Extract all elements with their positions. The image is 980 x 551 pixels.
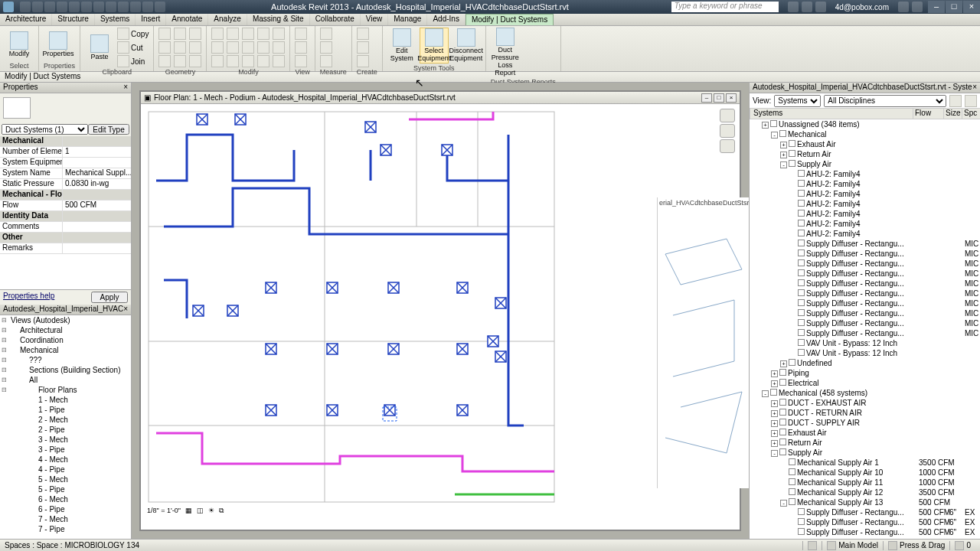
zoom-icon[interactable]: [720, 124, 735, 138]
system-tree-row[interactable]: -Mechanical: [750, 129, 980, 139]
crop-icon[interactable]: ⧉: [219, 507, 224, 515]
system-tree-row[interactable]: Mechanical Supply Air 101000 CFM: [750, 468, 980, 478]
tool-icon[interactable]: [273, 55, 285, 67]
system-tree-row[interactable]: Supply Diffuser - Rectangu...MIC: [750, 269, 980, 279]
tool-icon[interactable]: [227, 28, 239, 40]
tool-icon[interactable]: [189, 28, 201, 40]
system-tree-row[interactable]: Supply Diffuser - Rectangu...500 CFM6"EX: [750, 517, 980, 527]
system-tree-row[interactable]: +DUCT - EXHAUST AIR: [750, 398, 980, 408]
system-tree-row[interactable]: Supply Diffuser - Rectangu...MIC: [750, 249, 980, 259]
app-icon[interactable]: [3, 2, 14, 12]
tree-node[interactable]: 4 - Mech: [0, 455, 131, 465]
tool-icon[interactable]: [174, 28, 186, 40]
tab-analyze[interactable]: Analyze: [208, 14, 247, 25]
tool-icon[interactable]: [295, 41, 307, 54]
qat-icon[interactable]: [93, 2, 104, 12]
tool-icon[interactable]: [211, 55, 224, 67]
tool-icon[interactable]: [295, 28, 307, 40]
scale-label[interactable]: 1/8" = 1'-0": [147, 507, 181, 515]
tool-icon[interactable]: [320, 28, 332, 40]
system-tree-row[interactable]: Supply Diffuser - Rectangu...MIC: [750, 259, 980, 269]
tool-icon[interactable]: [158, 41, 171, 54]
property-row[interactable]: Remarks: [0, 243, 131, 254]
system-tree-row[interactable]: Supply Diffuser - Rectangu...MIC: [750, 289, 980, 298]
floor-plan-canvas[interactable]: 1/8" = 1'-0" ▦ ◫ ☀ ⧉: [141, 104, 740, 517]
tool-icon[interactable]: [227, 55, 239, 67]
close-icon[interactable]: ×: [123, 83, 128, 93]
tree-node[interactable]: All: [0, 375, 131, 385]
qat-icon[interactable]: [155, 2, 165, 12]
qat-icon[interactable]: [142, 2, 153, 12]
model-label[interactable]: Main Model: [838, 541, 878, 549]
tool-icon[interactable]: [158, 55, 171, 67]
tool-icon[interactable]: [211, 28, 224, 40]
tree-node[interactable]: 2 - Pipe: [0, 425, 131, 435]
tree-node[interactable]: 1 - Mech: [0, 395, 131, 405]
search-icon[interactable]: [788, 2, 799, 12]
tab-collaborate[interactable]: Collaborate: [310, 14, 361, 25]
tool-icon[interactable]: [242, 28, 254, 40]
detail-icon[interactable]: ▦: [185, 507, 192, 515]
properties-button[interactable]: Properties: [44, 31, 73, 58]
tab-structure[interactable]: Structure: [52, 14, 95, 25]
property-row[interactable]: Number of Elements1: [0, 147, 131, 158]
user-label[interactable]: 4d@pobox.com: [831, 3, 893, 11]
column-settings-icon[interactable]: [949, 95, 962, 107]
system-tree-row[interactable]: VAV Unit - Bypass: 12 Inch: [750, 348, 980, 358]
qat-icon[interactable]: [118, 2, 129, 12]
system-tree-row[interactable]: +Electrical: [750, 378, 980, 388]
system-tree-row[interactable]: +Undefined: [750, 358, 980, 368]
duct-pressure-loss-report-button[interactable]: DuctPressure Loss Report: [491, 28, 520, 77]
tool-icon[interactable]: [242, 41, 254, 54]
property-row[interactable]: Flow500 CFM: [0, 201, 131, 211]
view-close-button[interactable]: ×: [726, 93, 737, 103]
system-tree-row[interactable]: +Piping: [750, 368, 980, 378]
tool-icon[interactable]: [257, 28, 270, 40]
project-browser-tree[interactable]: Views (Autodesk)ArchitecturalCoordinatio…: [0, 315, 131, 539]
qat-print-icon[interactable]: [69, 2, 80, 12]
tool-icon[interactable]: [320, 55, 332, 67]
tree-node[interactable]: Mechanical: [0, 345, 131, 355]
tree-node[interactable]: 7 - Pipe: [0, 524, 131, 534]
shadows-icon[interactable]: ☀: [208, 507, 214, 515]
system-tree-row[interactable]: Supply Diffuser - Rectangu...MIC: [750, 308, 980, 318]
property-row[interactable]: Comments: [0, 222, 131, 233]
system-tree-row[interactable]: +Return Air: [750, 149, 980, 159]
3d-view-peek[interactable]: erial_HVACdtchbaseDuctStsrt.rvt: [657, 197, 749, 488]
qat-icon[interactable]: [130, 2, 141, 12]
system-tree-row[interactable]: AHU-2: Family4: [750, 189, 980, 199]
system-tree-row[interactable]: VAV Unit - Bypass: 12 Inch: [750, 338, 980, 348]
tree-node[interactable]: 6 - Pipe: [0, 504, 131, 514]
tool-icon[interactable]: [211, 41, 224, 54]
tree-node[interactable]: 3 - Pipe: [0, 445, 131, 455]
system-tree-row[interactable]: AHU-2: Family4: [750, 199, 980, 209]
view-minimize-button[interactable]: –: [701, 93, 712, 103]
tool-icon[interactable]: [257, 41, 270, 54]
tree-node[interactable]: 3 - Mech: [0, 435, 131, 445]
tree-node[interactable]: 1 - Pipe: [0, 405, 131, 415]
qat-save-icon[interactable]: [32, 2, 43, 12]
favorites-icon[interactable]: [898, 2, 909, 12]
tool-icon[interactable]: [273, 28, 285, 40]
system-tree-row[interactable]: Supply Diffuser - Rectangu...500 CFM6"EX: [750, 527, 980, 537]
tab-systems[interactable]: Systems: [95, 14, 136, 25]
system-tree-row[interactable]: Supply Diffuser - Rectangu...MIC: [750, 298, 980, 308]
tree-node[interactable]: Coordination: [0, 335, 131, 345]
tree-node[interactable]: 2 - Mech: [0, 415, 131, 425]
tree-node[interactable]: ???: [0, 355, 131, 365]
close-button[interactable]: ×: [963, 1, 980, 13]
pan-icon[interactable]: [720, 139, 735, 153]
edit-type-button[interactable]: Edit Type: [88, 124, 129, 135]
maximize-button[interactable]: □: [946, 1, 962, 13]
qat-open-icon[interactable]: [20, 2, 31, 12]
tab-annotate[interactable]: Annotate: [166, 14, 208, 25]
tree-node[interactable]: 5 - Pipe: [0, 484, 131, 494]
tree-node[interactable]: 7 - Mech: [0, 514, 131, 524]
system-tree-row[interactable]: +Exhaust Air: [750, 139, 980, 149]
property-row[interactable]: Static Pressure0.0830 in-wg: [0, 179, 131, 190]
filter-icon[interactable]: [955, 541, 964, 550]
tab-insert[interactable]: Insert: [136, 14, 166, 25]
tool-icon[interactable]: [273, 41, 285, 54]
type-selector[interactable]: Duct Systems (1): [2, 124, 88, 135]
tab-modify-duct-systems[interactable]: Modify | Duct Systems: [466, 14, 554, 25]
